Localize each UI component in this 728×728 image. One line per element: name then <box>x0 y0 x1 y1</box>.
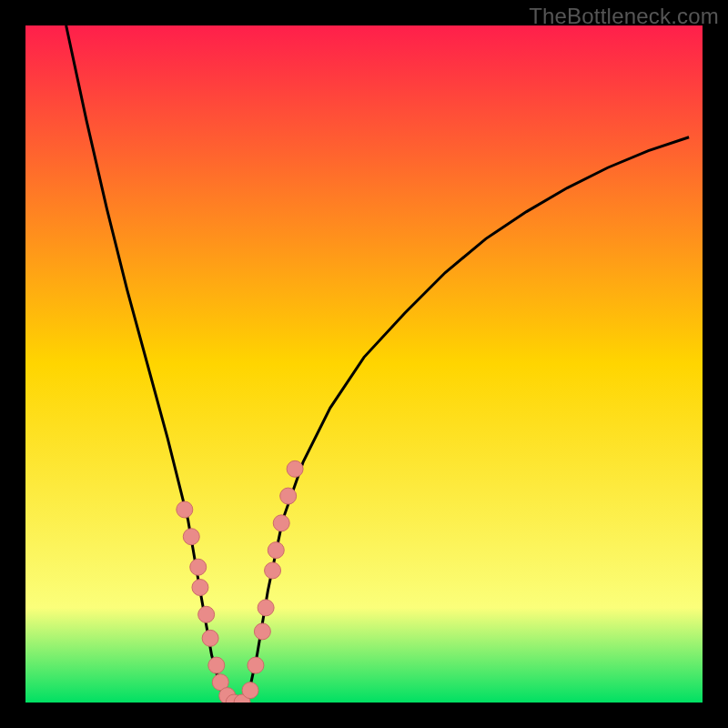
sample-dot <box>202 630 218 646</box>
sample-dot <box>198 606 215 622</box>
gradient-background <box>25 25 703 703</box>
sample-dot <box>258 600 274 616</box>
sample-dot <box>280 488 297 504</box>
sample-dot <box>254 623 270 640</box>
sample-dot <box>208 657 225 673</box>
sample-dot <box>192 580 208 596</box>
sample-dot <box>248 657 264 673</box>
sample-dot <box>273 515 289 531</box>
sample-dot <box>177 501 193 518</box>
sample-dot <box>268 542 284 559</box>
outer-frame: TheBottleneck.com <box>0 0 728 728</box>
bottleneck-chart <box>25 25 703 703</box>
sample-dot <box>265 562 281 579</box>
sample-dot <box>287 460 303 477</box>
sample-dot <box>242 682 258 699</box>
sample-dot <box>190 559 207 575</box>
sample-dot <box>183 529 199 545</box>
